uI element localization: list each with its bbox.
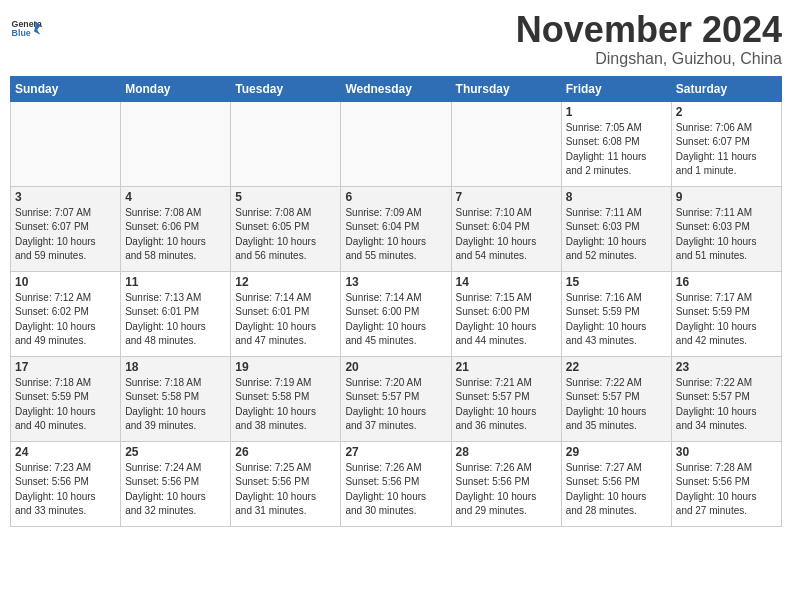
weekday-header: Saturday — [671, 76, 781, 101]
calendar-cell: 27Sunrise: 7:26 AM Sunset: 5:56 PM Dayli… — [341, 441, 451, 526]
day-info: Sunrise: 7:22 AM Sunset: 5:57 PM Dayligh… — [676, 376, 777, 434]
day-info: Sunrise: 7:23 AM Sunset: 5:56 PM Dayligh… — [15, 461, 116, 519]
calendar-body: 1Sunrise: 7:05 AM Sunset: 6:08 PM Daylig… — [11, 101, 782, 526]
day-number: 22 — [566, 360, 667, 374]
day-info: Sunrise: 7:11 AM Sunset: 6:03 PM Dayligh… — [566, 206, 667, 264]
calendar-header-row: SundayMondayTuesdayWednesdayThursdayFrid… — [11, 76, 782, 101]
calendar-cell: 2Sunrise: 7:06 AM Sunset: 6:07 PM Daylig… — [671, 101, 781, 186]
svg-text:Blue: Blue — [12, 28, 31, 38]
day-info: Sunrise: 7:20 AM Sunset: 5:57 PM Dayligh… — [345, 376, 446, 434]
day-number: 1 — [566, 105, 667, 119]
calendar-cell: 23Sunrise: 7:22 AM Sunset: 5:57 PM Dayli… — [671, 356, 781, 441]
day-number: 4 — [125, 190, 226, 204]
day-number: 25 — [125, 445, 226, 459]
calendar-cell — [231, 101, 341, 186]
weekday-header: Thursday — [451, 76, 561, 101]
calendar-week-row: 3Sunrise: 7:07 AM Sunset: 6:07 PM Daylig… — [11, 186, 782, 271]
logo-icon: General Blue — [10, 14, 42, 46]
day-info: Sunrise: 7:24 AM Sunset: 5:56 PM Dayligh… — [125, 461, 226, 519]
day-info: Sunrise: 7:18 AM Sunset: 5:58 PM Dayligh… — [125, 376, 226, 434]
day-number: 24 — [15, 445, 116, 459]
calendar-cell: 1Sunrise: 7:05 AM Sunset: 6:08 PM Daylig… — [561, 101, 671, 186]
day-info: Sunrise: 7:10 AM Sunset: 6:04 PM Dayligh… — [456, 206, 557, 264]
calendar-week-row: 10Sunrise: 7:12 AM Sunset: 6:02 PM Dayli… — [11, 271, 782, 356]
calendar-cell: 21Sunrise: 7:21 AM Sunset: 5:57 PM Dayli… — [451, 356, 561, 441]
day-info: Sunrise: 7:27 AM Sunset: 5:56 PM Dayligh… — [566, 461, 667, 519]
day-info: Sunrise: 7:25 AM Sunset: 5:56 PM Dayligh… — [235, 461, 336, 519]
day-info: Sunrise: 7:18 AM Sunset: 5:59 PM Dayligh… — [15, 376, 116, 434]
calendar-cell: 25Sunrise: 7:24 AM Sunset: 5:56 PM Dayli… — [121, 441, 231, 526]
day-info: Sunrise: 7:22 AM Sunset: 5:57 PM Dayligh… — [566, 376, 667, 434]
weekday-header: Tuesday — [231, 76, 341, 101]
calendar-cell: 20Sunrise: 7:20 AM Sunset: 5:57 PM Dayli… — [341, 356, 451, 441]
day-info: Sunrise: 7:19 AM Sunset: 5:58 PM Dayligh… — [235, 376, 336, 434]
calendar-cell: 13Sunrise: 7:14 AM Sunset: 6:00 PM Dayli… — [341, 271, 451, 356]
day-info: Sunrise: 7:11 AM Sunset: 6:03 PM Dayligh… — [676, 206, 777, 264]
calendar-cell: 19Sunrise: 7:19 AM Sunset: 5:58 PM Dayli… — [231, 356, 341, 441]
calendar-week-row: 1Sunrise: 7:05 AM Sunset: 6:08 PM Daylig… — [11, 101, 782, 186]
day-number: 13 — [345, 275, 446, 289]
calendar-cell — [11, 101, 121, 186]
day-number: 14 — [456, 275, 557, 289]
weekday-header: Wednesday — [341, 76, 451, 101]
day-number: 28 — [456, 445, 557, 459]
day-info: Sunrise: 7:14 AM Sunset: 6:00 PM Dayligh… — [345, 291, 446, 349]
day-number: 9 — [676, 190, 777, 204]
day-info: Sunrise: 7:06 AM Sunset: 6:07 PM Dayligh… — [676, 121, 777, 179]
day-number: 17 — [15, 360, 116, 374]
day-number: 26 — [235, 445, 336, 459]
day-number: 12 — [235, 275, 336, 289]
calendar-cell: 17Sunrise: 7:18 AM Sunset: 5:59 PM Dayli… — [11, 356, 121, 441]
calendar-week-row: 17Sunrise: 7:18 AM Sunset: 5:59 PM Dayli… — [11, 356, 782, 441]
day-number: 15 — [566, 275, 667, 289]
calendar-cell — [341, 101, 451, 186]
calendar-cell: 4Sunrise: 7:08 AM Sunset: 6:06 PM Daylig… — [121, 186, 231, 271]
calendar-cell: 3Sunrise: 7:07 AM Sunset: 6:07 PM Daylig… — [11, 186, 121, 271]
day-info: Sunrise: 7:08 AM Sunset: 6:05 PM Dayligh… — [235, 206, 336, 264]
day-info: Sunrise: 7:14 AM Sunset: 6:01 PM Dayligh… — [235, 291, 336, 349]
day-info: Sunrise: 7:16 AM Sunset: 5:59 PM Dayligh… — [566, 291, 667, 349]
day-number: 18 — [125, 360, 226, 374]
calendar-cell: 28Sunrise: 7:26 AM Sunset: 5:56 PM Dayli… — [451, 441, 561, 526]
day-number: 16 — [676, 275, 777, 289]
calendar-cell: 10Sunrise: 7:12 AM Sunset: 6:02 PM Dayli… — [11, 271, 121, 356]
day-info: Sunrise: 7:17 AM Sunset: 5:59 PM Dayligh… — [676, 291, 777, 349]
day-number: 21 — [456, 360, 557, 374]
day-info: Sunrise: 7:13 AM Sunset: 6:01 PM Dayligh… — [125, 291, 226, 349]
calendar-cell: 16Sunrise: 7:17 AM Sunset: 5:59 PM Dayli… — [671, 271, 781, 356]
day-number: 11 — [125, 275, 226, 289]
calendar-cell: 14Sunrise: 7:15 AM Sunset: 6:00 PM Dayli… — [451, 271, 561, 356]
weekday-header: Friday — [561, 76, 671, 101]
weekday-header: Sunday — [11, 76, 121, 101]
day-number: 8 — [566, 190, 667, 204]
calendar-cell — [121, 101, 231, 186]
day-info: Sunrise: 7:15 AM Sunset: 6:00 PM Dayligh… — [456, 291, 557, 349]
page-header: General Blue November 2024 Dingshan, Gui… — [10, 10, 782, 68]
day-number: 6 — [345, 190, 446, 204]
day-info: Sunrise: 7:07 AM Sunset: 6:07 PM Dayligh… — [15, 206, 116, 264]
day-number: 3 — [15, 190, 116, 204]
day-number: 30 — [676, 445, 777, 459]
day-info: Sunrise: 7:12 AM Sunset: 6:02 PM Dayligh… — [15, 291, 116, 349]
calendar-week-row: 24Sunrise: 7:23 AM Sunset: 5:56 PM Dayli… — [11, 441, 782, 526]
day-number: 19 — [235, 360, 336, 374]
day-info: Sunrise: 7:05 AM Sunset: 6:08 PM Dayligh… — [566, 121, 667, 179]
day-info: Sunrise: 7:21 AM Sunset: 5:57 PM Dayligh… — [456, 376, 557, 434]
calendar-cell: 12Sunrise: 7:14 AM Sunset: 6:01 PM Dayli… — [231, 271, 341, 356]
day-number: 2 — [676, 105, 777, 119]
calendar-cell: 26Sunrise: 7:25 AM Sunset: 5:56 PM Dayli… — [231, 441, 341, 526]
calendar-cell — [451, 101, 561, 186]
calendar-cell: 18Sunrise: 7:18 AM Sunset: 5:58 PM Dayli… — [121, 356, 231, 441]
title-block: November 2024 Dingshan, Guizhou, China — [516, 10, 782, 68]
day-number: 27 — [345, 445, 446, 459]
month-title: November 2024 — [516, 10, 782, 50]
calendar-table: SundayMondayTuesdayWednesdayThursdayFrid… — [10, 76, 782, 527]
weekday-header: Monday — [121, 76, 231, 101]
calendar-cell: 24Sunrise: 7:23 AM Sunset: 5:56 PM Dayli… — [11, 441, 121, 526]
day-info: Sunrise: 7:08 AM Sunset: 6:06 PM Dayligh… — [125, 206, 226, 264]
logo: General Blue — [10, 14, 46, 46]
calendar-cell: 6Sunrise: 7:09 AM Sunset: 6:04 PM Daylig… — [341, 186, 451, 271]
day-number: 7 — [456, 190, 557, 204]
location: Dingshan, Guizhou, China — [516, 50, 782, 68]
calendar-cell: 5Sunrise: 7:08 AM Sunset: 6:05 PM Daylig… — [231, 186, 341, 271]
